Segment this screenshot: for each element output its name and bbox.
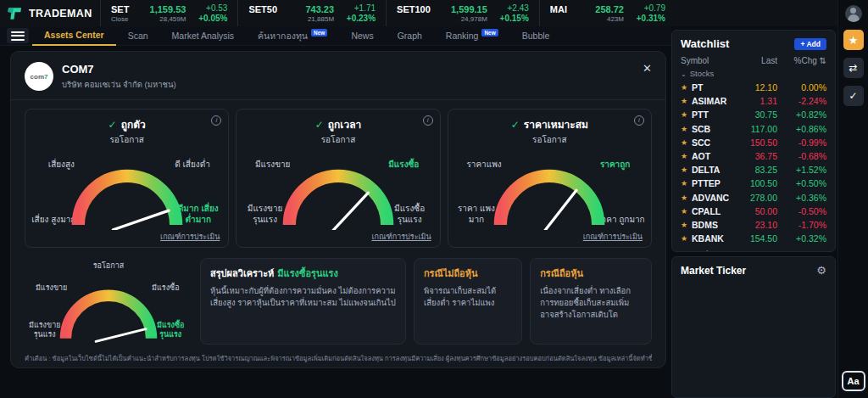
check-badge-icon: ✓ bbox=[849, 90, 857, 102]
nav-item-bubble[interactable]: Bubble bbox=[510, 26, 562, 46]
watchlist-row-kbank[interactable]: ★ KBANK154.50+0.32% bbox=[681, 232, 826, 245]
group-funds[interactable]: ⌄Funds bbox=[681, 249, 826, 252]
chevron-down-icon: ⌄ bbox=[681, 70, 687, 78]
right-sidebar: Watchlist + Add Symbol Last %Chg ⇅ ⌄Stoc… bbox=[671, 28, 837, 398]
summary-title: กรณีไม่ถือหุ้น bbox=[424, 266, 512, 281]
star-icon[interactable]: ★ bbox=[681, 83, 692, 92]
star-icon[interactable]: ★ bbox=[681, 193, 692, 202]
gauge-title: ✓ถูกตัว bbox=[25, 116, 228, 132]
nav-item-ค้นหากองทุน[interactable]: ค้นหากองทุนNew bbox=[246, 26, 339, 46]
summary-title: สรุปผลวิเคราะห์มีแรงซื้อรุนแรง bbox=[210, 266, 396, 281]
gauge-title: ✓ราคาเหมาะสม bbox=[448, 116, 651, 132]
criteria-link[interactable]: เกณฑ์การประเมิน bbox=[583, 231, 643, 243]
gauge-label: รอโอกาส bbox=[25, 260, 192, 272]
nav-item-market-analysis[interactable]: Market Analysis bbox=[160, 26, 247, 46]
gauge-arc bbox=[54, 282, 163, 343]
check-icon: ✓ bbox=[315, 119, 324, 131]
watchlist-row-cpall[interactable]: ★ CPALL50.00-0.50% bbox=[681, 205, 826, 218]
criteria-link[interactable]: เกณฑ์การประเมิน bbox=[160, 231, 220, 243]
star-icon[interactable]: ★ bbox=[681, 110, 692, 119]
gauge-card-right-stock: ✓ถูกตัว i รอโอกาส เสี่ยงสูง เสี่ยง สูงมา… bbox=[25, 109, 229, 248]
main-content: com7 COM7 บริษัท คอมเซเว่น จำกัด (มหาชน)… bbox=[0, 46, 671, 398]
swap-rail-button[interactable]: ⇄ bbox=[843, 58, 864, 78]
stock-logo-text: com bbox=[31, 73, 44, 81]
gauge-needle bbox=[113, 210, 169, 230]
gauge: รอโอกาส ราคาแพง ราคา แพงมาก ราคาถูก ราคา… bbox=[453, 132, 646, 230]
nav-item-graph[interactable]: Graph bbox=[386, 26, 434, 46]
gauge-title: ✓ถูกเวลา bbox=[236, 116, 439, 132]
right-rail: ★ ⇄ ✓ Aa bbox=[837, 0, 868, 398]
add-symbol-button[interactable]: + Add bbox=[794, 38, 826, 50]
star-icon: ★ bbox=[849, 34, 859, 47]
user-avatar[interactable] bbox=[845, 5, 862, 22]
watchlist-row-aot[interactable]: ★ AOT36.75-0.68% bbox=[681, 149, 826, 163]
trademan-logo-icon bbox=[7, 5, 24, 22]
watchlist-row-scc[interactable]: ★ SCC150.50-0.99% bbox=[681, 136, 826, 149]
star-icon[interactable]: ★ bbox=[681, 152, 692, 160]
market-ticker-title: Market Ticker bbox=[681, 265, 746, 277]
gauge-arc bbox=[276, 160, 400, 230]
star-icon[interactable]: ★ bbox=[681, 138, 692, 147]
close-icon[interactable]: ✕ bbox=[643, 62, 652, 75]
column-symbol[interactable]: Symbol bbox=[681, 56, 735, 65]
column-chg[interactable]: %Chg ⇅ bbox=[777, 56, 826, 65]
gear-icon[interactable]: ⚙ bbox=[816, 264, 826, 277]
watchlist-row-asimar[interactable]: ★ ASIMAR1.31-2.24% bbox=[681, 94, 826, 108]
index-strip: SETClose 1,159.5328,459M +0.53+0.05%SET5… bbox=[100, 0, 837, 26]
star-icon[interactable]: ★ bbox=[681, 207, 692, 216]
stock-analysis-card: com7 COM7 บริษัท คอมเซเว่น จำกัด (มหาชน)… bbox=[10, 51, 666, 368]
stock-company-name: บริษัท คอมเซเว่น จำกัด (มหาชน) bbox=[62, 78, 176, 91]
watchlist-row-bdms[interactable]: ★ BDMS23.10-1.70% bbox=[681, 218, 826, 232]
info-icon[interactable]: i bbox=[634, 115, 644, 126]
criteria-link[interactable]: เกณฑ์การประเมิน bbox=[371, 231, 431, 243]
watchlist-row-scb[interactable]: ★ SCB117.00+0.86% bbox=[681, 122, 826, 136]
watchlist-row-advanc[interactable]: ★ ADVANC278.00+0.36% bbox=[681, 191, 826, 205]
index-item-set50[interactable]: SET50 743.2321,885M +1.71+0.23% bbox=[237, 0, 386, 26]
star-icon[interactable]: ★ bbox=[681, 221, 692, 229]
watchlist-row-ptt[interactable]: ★ PTT30.75+0.82% bbox=[681, 108, 826, 121]
new-badge: New bbox=[481, 29, 498, 36]
index-item-set100[interactable]: SET100 1,599.1524,978M +2.43+0.15% bbox=[386, 0, 539, 26]
star-icon[interactable]: ★ bbox=[681, 125, 692, 133]
market-ticker-panel: Market Ticker ⚙ bbox=[671, 256, 836, 398]
index-item-set[interactable]: SETClose 1,159.5328,459M +0.53+0.05% bbox=[100, 0, 237, 26]
watchlist-title: Watchlist bbox=[681, 37, 729, 50]
nav-item-assets-center[interactable]: Assets Center bbox=[32, 26, 116, 46]
watchlist-columns: Symbol Last %Chg ⇅ bbox=[681, 56, 826, 65]
chevron-down-icon: ⌄ bbox=[681, 250, 687, 252]
stock-logo: com7 bbox=[25, 62, 53, 91]
group-stocks[interactable]: ⌄Stocks bbox=[681, 69, 826, 78]
summary-row: รอโอกาส มีแรงขาย มีแรงขาย รุนแรง มีแรงซื… bbox=[25, 258, 652, 345]
gauge-card-right-price: ✓ราคาเหมาะสม i รอโอกาส ราคาแพง ราคา แพงม… bbox=[448, 109, 652, 248]
gauge-label: รอโอกาส bbox=[242, 133, 434, 146]
nav-item-ranking[interactable]: RankingNew bbox=[434, 26, 510, 46]
gauge-row: ✓ถูกตัว i รอโอกาส เสี่ยงสูง เสี่ยง สูงมา… bbox=[25, 109, 652, 248]
index-item-mai[interactable]: MAI 258.72423M +0.79+0.31% bbox=[539, 0, 676, 26]
watchlist-row-delta[interactable]: ★ DELTA83.25+1.52% bbox=[681, 163, 826, 177]
swap-arrows-icon: ⇄ bbox=[849, 62, 857, 74]
gauge-label: รอโอกาส bbox=[453, 133, 646, 146]
gauge-card-right-time: ✓ถูกเวลา i รอโอกาส มีแรงขาย มีแรงขาย รุน… bbox=[236, 109, 440, 248]
menu-hamburger-icon[interactable] bbox=[7, 28, 29, 43]
nav-item-scan[interactable]: Scan bbox=[116, 26, 160, 46]
summary-title: กรณีถือหุ้น bbox=[540, 266, 642, 281]
info-icon[interactable]: i bbox=[423, 115, 433, 126]
brand[interactable]: TRADEMAN bbox=[0, 0, 100, 26]
star-icon[interactable]: ★ bbox=[681, 97, 692, 105]
stock-symbol: COM7 bbox=[62, 63, 176, 76]
nav-item-news[interactable]: News bbox=[339, 26, 385, 46]
column-last[interactable]: Last bbox=[735, 56, 777, 65]
gauge-needle bbox=[328, 193, 368, 230]
analysis-summary-box: สรุปผลวิเคราะห์มีแรงซื้อรุนแรง หุ้นนี้เห… bbox=[200, 258, 406, 345]
watchlist-row-pt[interactable]: ★ PT12.100.00% bbox=[681, 81, 826, 94]
check-rail-button[interactable]: ✓ bbox=[843, 86, 864, 106]
divider bbox=[11, 99, 665, 100]
star-icon[interactable]: ★ bbox=[681, 179, 692, 188]
watchlist-row-pttep[interactable]: ★ PTTEP100.50+0.50% bbox=[681, 177, 826, 190]
gauge: รอโอกาส มีแรงขาย มีแรงขาย รุนแรง มีแรงซื… bbox=[242, 132, 434, 230]
watchlist-rail-button[interactable]: ★ bbox=[843, 30, 864, 50]
font-size-button[interactable]: Aa bbox=[842, 371, 865, 391]
nav-items: Assets CenterScanMarket Analysisค้นหากอง… bbox=[32, 26, 561, 46]
star-icon[interactable]: ★ bbox=[681, 165, 692, 174]
star-icon[interactable]: ★ bbox=[681, 234, 692, 243]
